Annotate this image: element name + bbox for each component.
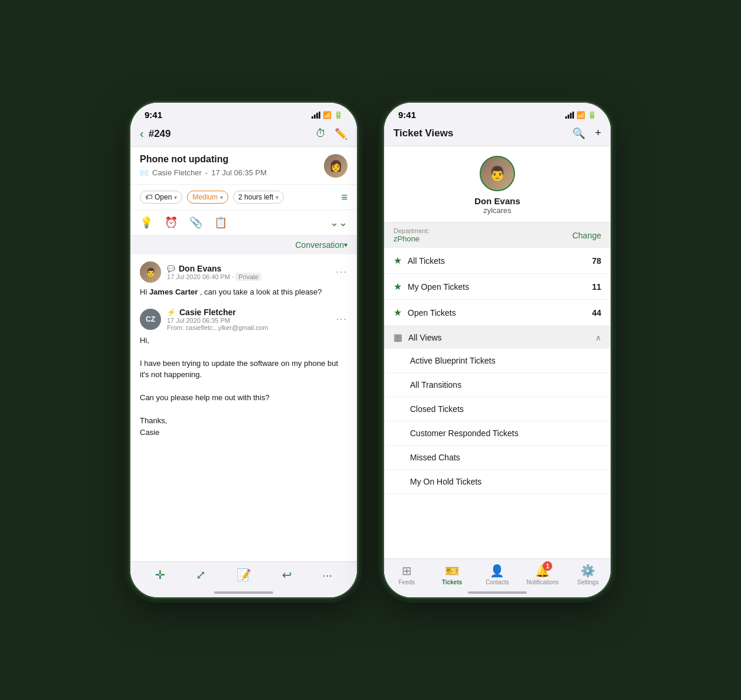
attachment-icon[interactable]: 📎 [189,216,202,229]
open-tickets-count: 44 [592,308,601,318]
tv-sub-item-transitions[interactable]: All Transitions [384,373,611,397]
my-open-tickets-label: My Open Tickets [408,282,469,292]
user-name: Don Evans [474,196,520,206]
all-views-section[interactable]: ▦ All Views ∧ [384,326,611,349]
settings-icon: ⚙️ [581,564,595,578]
tv-header: Ticket Views 🔍 + [384,122,611,146]
casie-time: 17 Jul 2020 06:35 PM [167,317,330,324]
signal-bars-icon [312,112,320,119]
casie-message-content: Hi, I have been trying to update the sof… [140,335,347,439]
message-header-2: CZ ⚡ Casie Fletcher 17 Jul 2020 06:35 PM… [140,308,347,331]
ticket-view-item-all[interactable]: ★ All Tickets 78 [384,248,611,274]
messages-area[interactable]: 👨 💬 Don Evans 17 Jul 2020 06:40 PM · Pri… [130,254,357,561]
casie-from: From: casiefletc...ylker@gmail.com [167,324,330,331]
signal-bar-2-2 [568,115,569,119]
nav-notifications[interactable]: 🔔 1 Notifications [525,564,560,585]
tag-time[interactable]: 2 hours left ▾ [233,191,284,204]
ticket-view-item-open[interactable]: ★ Open Tickets 44 [384,300,611,326]
note-icon[interactable]: 📝 [237,568,251,582]
tag-open[interactable]: 🏷 Open ▾ [140,191,182,204]
status-icons: 📶 🔋 [312,111,343,119]
tv-list: ★ All Tickets 78 ★ My Open Tickets 11 [384,248,611,558]
chat-icon: 💬 [167,265,175,273]
time-icon[interactable]: ⏰ [165,216,178,229]
tv-sub-item-customer-responded[interactable]: Customer Responded Tickets [384,421,611,446]
customer-responded-label: Customer Responded Tickets [410,428,519,438]
all-tickets-label: All Tickets [408,256,445,266]
phones-container: 9:41 📶 🔋 ‹ #249 [129,101,612,599]
conversation-label[interactable]: Conversation [296,240,345,250]
ticket-separator: - [205,168,208,177]
don-sender-name: 💬 Don Evans [167,264,330,273]
star-icon-1: ★ [394,255,402,266]
signal-bar-2 [314,115,316,119]
nav-feeds[interactable]: ⊞ Feeds [389,564,424,585]
clock-icon[interactable]: ⏱ [316,127,326,140]
lightbulb-icon[interactable]: 💡 [140,216,153,229]
casie-sender-name: ⚡ Casie Fletcher [167,308,330,317]
feeds-label: Feeds [398,579,415,585]
message-bubble-2: CZ ⚡ Casie Fletcher 17 Jul 2020 06:35 PM… [140,308,347,439]
add-icon[interactable]: + [595,127,601,140]
status-time-2: 9:41 [398,110,416,120]
tv-sub-item-on-hold[interactable]: My On Hold Tickets [384,470,611,494]
tv-title: Ticket Views [394,127,453,139]
star-icon-3: ★ [394,307,402,318]
back-button[interactable]: ‹ [140,127,144,140]
ticket-view-item-myopen[interactable]: ★ My Open Tickets 11 [384,274,611,300]
dept-change-button[interactable]: Change [572,231,601,240]
transfer-icon[interactable]: ⤢ [196,568,206,582]
ticket-info: Phone not updating ✉️ Casie Fletcher - 1… [130,147,357,185]
don-message-content: Hi James Carter , can you take a look at… [140,286,347,298]
user-company: zylcares [483,206,512,215]
hamburger-icon[interactable]: ≡ [341,191,347,204]
ticket-header-left: ‹ #249 [140,127,171,140]
ticket-number: #249 [149,128,171,140]
conversation-chevron: ▾ [344,241,347,249]
don-name: Don Evans [179,264,221,273]
ticket-date: 17 Jul 06:35 PM [211,168,267,177]
all-tickets-count: 78 [592,256,601,266]
casie-options-icon[interactable]: ··· [336,314,347,325]
signal-bars-icon-2 [565,112,574,119]
dept-label: Department: [394,227,429,234]
ticket-title: Phone not updating [140,154,347,165]
ticket-header: ‹ #249 ⏱ ✏️ [130,122,357,147]
tickets-label: Tickets [442,579,462,585]
user-avatar: 👨 [480,156,515,191]
tv-profile: 👨 Don Evans zylcares [384,146,611,223]
ticket-header-icons: ⏱ ✏️ [316,127,347,140]
nav-tickets[interactable]: 🎫 Tickets [434,564,470,585]
tv-department: Department: zPhone Change [384,223,611,248]
expand-icon[interactable]: ⌄⌄ [330,216,347,229]
all-views-chevron: ∧ [595,333,601,342]
move-icon[interactable]: ✛ [155,568,165,582]
notifications-badge-wrapper: 🔔 1 [535,564,550,578]
casie-sender-info: ⚡ Casie Fletcher 17 Jul 2020 06:35 PM Fr… [167,308,330,331]
message-options-icon[interactable]: ··· [336,267,347,277]
battery-icon-2: 🔋 [588,111,596,119]
tag-medium[interactable]: Medium ▾ [187,191,228,204]
nav-settings[interactable]: ⚙️ Settings [570,564,606,585]
ticket-tags: 🏷 Open ▾ Medium ▾ 2 hours left ▾ ≡ [130,185,357,210]
edit-icon[interactable]: ✏️ [335,127,347,140]
ticket-avatar: 👩 [324,154,347,178]
tv-sub-item-blueprint[interactable]: Active Blueprint Tickets [384,349,611,373]
tv-sub-item-missed-chats[interactable]: Missed Chats [384,446,611,470]
checklist-icon[interactable]: 📋 [214,216,227,229]
notification-count-badge: 1 [543,561,552,571]
signal-bar-2-1 [565,116,567,119]
tv-sub-item-closed[interactable]: Closed Tickets [384,397,611,421]
don-time: 17 Jul 2020 06:40 PM · Private [167,273,330,280]
more-options-icon[interactable]: ··· [322,568,332,582]
tickets-icon: 🎫 [445,564,460,578]
status-time: 9:41 [145,110,162,120]
phone-screen-2: 9:41 📶 🔋 Ticket Views 🔍 + [384,103,611,597]
my-open-tickets-count: 11 [592,282,601,292]
nav-contacts[interactable]: 👤 Contacts [480,564,515,585]
feeds-icon: ⊞ [402,564,412,578]
private-badge: Private [235,273,261,281]
reply-icon[interactable]: ↩ [282,568,292,582]
search-icon[interactable]: 🔍 [572,127,585,140]
settings-label: Settings [578,579,599,585]
